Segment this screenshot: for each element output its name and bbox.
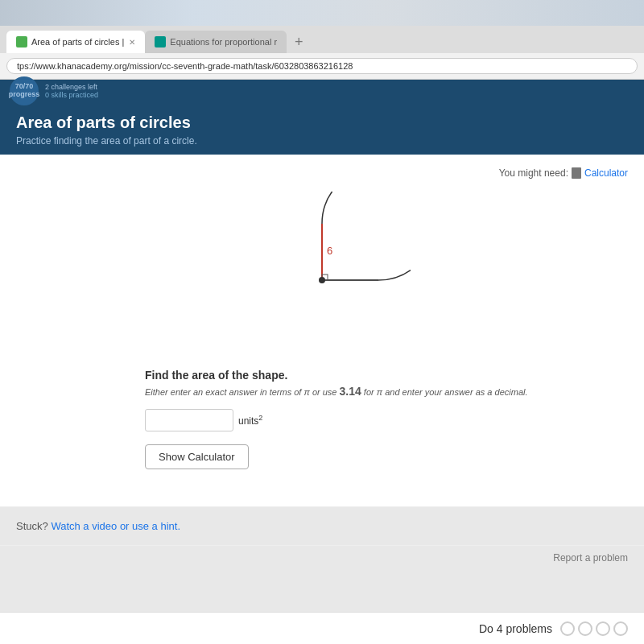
- page-subtitle: Practice finding the area of part of a c…: [16, 135, 628, 147]
- ka-challenges-text: 2 challenges left: [45, 83, 98, 91]
- report-problem-row: Report a problem: [0, 545, 644, 570]
- you-might-need-text: You might need:: [499, 167, 568, 179]
- tab-area-of-circles[interactable]: Area of parts of circles | ✕: [6, 31, 145, 53]
- tab-bar: Area of parts of circles | ✕ Equations f…: [0, 26, 644, 53]
- tab-equations[interactable]: Equations for proportional r: [145, 31, 287, 53]
- ka-score-area: 70/70progress 2 challenges left 0 skills…: [10, 76, 98, 105]
- new-tab-button[interactable]: +: [290, 34, 308, 51]
- svg-text:6: 6: [327, 245, 332, 257]
- report-problem-link[interactable]: Report a problem: [553, 552, 628, 564]
- progress-circle-2: [578, 621, 592, 636]
- question-sub-part1: Either enter an exact answer in terms of…: [145, 387, 336, 397]
- browser-chrome: Area of parts of circles | ✕ Equations f…: [0, 26, 644, 80]
- ka-topbar: 70/70progress 2 challenges left 0 skills…: [0, 80, 644, 102]
- tab-favicon-2: [155, 36, 166, 47]
- ka-score-value: 70/70progress: [9, 83, 40, 99]
- calculator-link[interactable]: Calculator: [584, 167, 628, 179]
- do-problems-bar: Do 4 problems: [0, 612, 644, 644]
- stuck-link[interactable]: Watch a video or use a hint.: [51, 520, 180, 532]
- stuck-prefix: Stuck?: [16, 520, 48, 532]
- progress-circle-4: [613, 621, 628, 636]
- answer-input[interactable]: [145, 409, 233, 431]
- top-decorative-image: [0, 0, 644, 26]
- ka-skills-text: 0 skills practiced: [45, 91, 98, 99]
- units-label: units2: [238, 414, 262, 427]
- tab-favicon-1: [16, 36, 27, 47]
- progress-circle-3: [596, 621, 610, 636]
- you-might-need-row: You might need: Calculator: [16, 167, 628, 179]
- show-calculator-button[interactable]: Show Calculator: [145, 444, 249, 469]
- tab-label-1: Area of parts of circles |: [31, 37, 124, 47]
- ka-score-bubble: 70/70progress: [10, 76, 39, 105]
- question-sub-part2: for π and enter your answer as a decimal…: [364, 387, 528, 397]
- page-header: Area of parts of circles Practice findin…: [0, 102, 644, 155]
- tab-close-1[interactable]: ✕: [129, 38, 135, 47]
- calculator-icon: [572, 167, 581, 179]
- question-main-text: Find the area of the shape.: [16, 369, 628, 382]
- answer-row: units2: [16, 409, 628, 431]
- stuck-section: Stuck? Watch a video or use a hint.: [0, 506, 644, 545]
- exercise-area: You might need: Calculator 6: [0, 155, 644, 506]
- address-bar-row: tps://www.khanacademy.org/mission/cc-sev…: [0, 53, 644, 79]
- svg-point-3: [319, 277, 325, 283]
- do-problems-text: Do 4 problems: [479, 622, 552, 635]
- question-sub-text: Either enter an exact answer in terms of…: [16, 385, 628, 398]
- pi-value: 3.14: [340, 385, 361, 398]
- circle-diagram: 6: [233, 192, 411, 353]
- page-title: Area of parts of circles: [16, 114, 628, 132]
- tab-label-2: Equations for proportional r: [170, 37, 277, 47]
- progress-circles: [560, 621, 628, 636]
- diagram-container: 6: [16, 192, 628, 353]
- address-bar[interactable]: tps://www.khanacademy.org/mission/cc-sev…: [6, 58, 638, 74]
- progress-circle-1: [560, 621, 575, 636]
